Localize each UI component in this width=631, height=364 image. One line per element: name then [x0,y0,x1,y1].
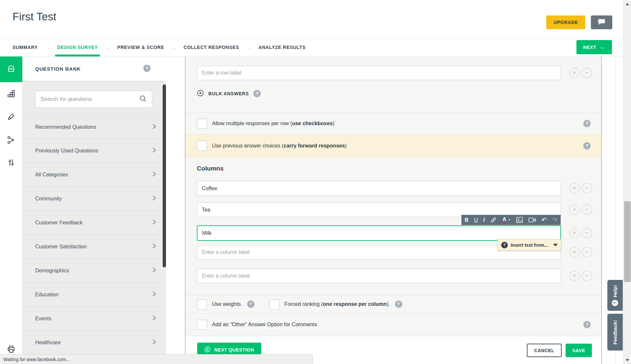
redo-button[interactable]: ↷ [552,217,557,223]
tab-collect-responses[interactable]: COLLECT RESPONSES [183,38,239,56]
remove-column-button[interactable]: − [582,247,592,258]
category-item-education[interactable]: Education [22,283,166,307]
help-icon[interactable]: ? [583,321,591,328]
chevron-right-icon [152,171,156,178]
help-icon[interactable]: ? [583,142,591,149]
workflow-nav: SUMMARY → DESIGN SURVEY → PREVIEW & SCOR… [0,38,631,57]
remove-column-button[interactable]: − [582,271,592,281]
remove-row-button[interactable]: − [582,68,592,78]
add-column-button[interactable]: + [569,204,580,215]
browser-scrollbar[interactable] [623,0,631,364]
sidebar-item-building-blocks[interactable] [0,83,22,105]
category-item-all-categories[interactable]: All Categories [22,163,166,187]
use-weights-checkbox[interactable] [197,299,207,309]
tab-summary[interactable]: SUMMARY [12,38,38,56]
scroll-down-arrow[interactable] [623,357,631,363]
scrollbar-thumb[interactable] [624,201,631,282]
other-option-checkbox[interactable] [197,320,207,330]
category-item-recommended[interactable]: Recommended Questions [22,115,166,139]
chevron-right-icon [152,315,156,322]
tab-analyze-results[interactable]: ANALYZE RESULTS [259,38,306,56]
bold-button[interactable]: B [465,217,469,223]
column-input-5[interactable] [197,269,561,283]
scroll-up-arrow[interactable] [623,1,631,7]
add-row-button[interactable]: + [569,68,580,78]
search-input[interactable] [40,96,139,102]
link-button[interactable] [490,216,497,223]
category-label: All Categories [35,172,152,178]
column-input-1[interactable] [197,181,561,196]
add-column-button[interactable]: + [569,271,580,281]
category-label: Customer Feedback [35,220,152,226]
arrow-right-icon: → [599,44,605,51]
feedback-bubble-button[interactable] [591,15,612,29]
help-tab-label: Help! [612,285,618,297]
help-icon[interactable]: ? [501,242,508,248]
feedback-tab[interactable]: Feedback! [607,314,623,351]
category-label: Recommended Questions [35,124,152,130]
rich-text-toolbar: B U I A ▼ ↶ ↷ [461,215,561,225]
search-icon [139,95,147,104]
category-item-demographics[interactable]: Demographics [22,259,166,283]
tab-preview-score[interactable]: PREVIEW & SCORE [117,38,164,56]
help-icon[interactable]: ? [253,90,261,97]
tab-design-survey[interactable]: DESIGN SURVEY [57,38,98,56]
blocks-icon [7,89,16,99]
italic-button[interactable]: I [483,217,484,223]
category-item-community[interactable]: Community [22,187,166,211]
option-row-multiple-responses: Allow multiple responses per row (use ch… [185,112,601,135]
plus-circle-icon [204,346,211,353]
sidebar-item-options[interactable] [0,152,22,174]
question-search-box [35,91,152,108]
help-icon[interactable]: ? [143,65,151,72]
help-icon[interactable]: ? [583,120,591,127]
tab-label: ANALYZE RESULTS [259,45,306,50]
column-input-3-focused[interactable] [197,225,561,241]
add-column-button[interactable]: + [569,247,580,258]
insert-text-from-label: Insert text from... [511,242,548,248]
bulk-answers-link[interactable]: BULK ANSWERS [208,91,249,96]
underline-button[interactable]: U [474,217,478,223]
sidebar-item-themes[interactable] [0,106,22,128]
category-item-events[interactable]: Events [22,307,166,331]
multiple-responses-checkbox[interactable] [197,119,207,129]
upgrade-button[interactable]: UPGRADE [546,15,585,29]
option-row-weights-ranking: Use weights. ? Forced ranking (one respo… [185,295,601,313]
nav-arrow-icon: → [171,38,176,56]
help-icon[interactable]: ? [247,301,254,308]
remove-column-button[interactable]: − [582,183,592,193]
text-color-button[interactable]: A ▼ [502,217,510,223]
add-column-button[interactable]: + [569,228,580,239]
speech-bubble-icon [597,18,606,27]
remove-column-button[interactable]: − [582,228,592,239]
help-icon[interactable]: ? [395,301,402,308]
sidebar-item-logic[interactable] [0,130,22,151]
insert-video-button[interactable] [528,217,536,223]
category-item-customer-feedback[interactable]: Customer Feedback [22,211,166,235]
add-column-button[interactable]: + [569,183,580,193]
next-question-label: NEXT QUESTION [214,347,254,353]
printer-icon [6,344,16,355]
category-item-customer-satisfaction[interactable]: Customer Satisfaction [22,235,166,259]
remove-column-button[interactable]: − [582,204,592,215]
undo-button[interactable]: ↶ [541,217,547,223]
sidebar-item-question-bank[interactable] [0,57,22,82]
panel-scrollbar-thumb[interactable] [163,84,166,267]
next-step-button[interactable]: NEXT → [576,40,612,54]
next-label: NEXT [583,45,596,50]
insert-image-button[interactable] [516,217,523,223]
browser-status-bar: Waiting for www.facebook.com... [0,354,313,364]
category-item-healthcare[interactable]: Healthcare [22,331,166,355]
cancel-button[interactable]: CANCEL [527,344,562,357]
tab-label: PREVIEW & SCORE [117,45,164,50]
category-item-previously-used[interactable]: Previously Used Questions [22,139,166,163]
option-row-carry-forward: Use previous answer choices (carry forwa… [185,135,601,157]
insert-text-from-dropdown[interactable]: ? Insert text from... [498,239,561,251]
category-label: Events [35,316,152,322]
carry-forward-checkbox[interactable] [197,141,207,151]
save-button[interactable]: SAVE [566,344,592,357]
row-label-input[interactable] [197,66,561,80]
help-tab[interactable]: ? Help! [607,280,623,311]
forced-ranking-checkbox[interactable] [269,299,280,309]
status-text: Waiting for www.facebook.com... [3,357,70,362]
